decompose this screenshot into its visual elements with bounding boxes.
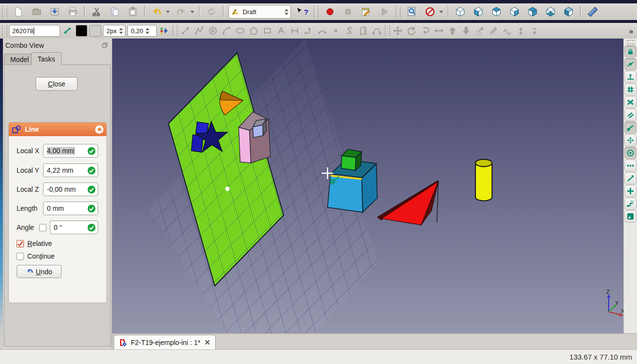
macro-edit-button[interactable] — [359, 5, 373, 19]
draft-shapestring-tool[interactable] — [344, 25, 355, 37]
draw-style-button[interactable] — [423, 5, 437, 19]
draft-command-input[interactable]: 262078 — [9, 25, 60, 37]
view-left-button[interactable] — [562, 5, 575, 19]
draft-text-tool[interactable] — [275, 25, 287, 37]
snap-intersection-button[interactable] — [624, 96, 637, 108]
snap-lock-button[interactable] — [624, 45, 637, 58]
yellow-cylinder[interactable] — [475, 160, 492, 201]
draft-wire-to-bspline-tool[interactable] — [501, 25, 513, 37]
view-right-button[interactable] — [508, 5, 521, 19]
construction-mode-button[interactable] — [62, 25, 74, 37]
draft-wire-tool[interactable] — [193, 25, 205, 37]
snap-extension-button[interactable] — [624, 160, 637, 172]
view-front-button[interactable] — [472, 5, 485, 19]
macro-record-button[interactable] — [323, 5, 337, 19]
macro-stop-button[interactable] — [341, 5, 355, 19]
local-x-input[interactable]: 4,00 mm — [43, 144, 98, 158]
save-button[interactable] — [48, 5, 62, 19]
text-scale-spinbox[interactable]: 0,20 — [127, 25, 157, 37]
redo-dropdown-arrow[interactable] — [190, 11, 194, 13]
snap-near-button[interactable] — [624, 172, 637, 184]
measure-distance-button[interactable] — [586, 5, 599, 19]
whats-this-button[interactable]: ? — [295, 5, 309, 19]
document-tab-close-icon[interactable]: ✕ — [204, 338, 210, 347]
snap-endpoint-button[interactable] — [624, 121, 637, 134]
snap-angle-button[interactable] — [624, 134, 637, 146]
face-color-swatch[interactable] — [89, 25, 101, 37]
draft-rotate-tool[interactable] — [406, 25, 417, 37]
workbench-spinners[interactable] — [285, 9, 288, 15]
open-document-button[interactable] — [30, 5, 43, 19]
draft-scale-tool[interactable] — [474, 25, 486, 37]
draft-arc-tool[interactable] — [221, 25, 232, 37]
draft-polygon-tool[interactable] — [248, 25, 260, 37]
draft-bezier-tool[interactable] — [371, 25, 383, 37]
draft-trimex-tool[interactable] — [433, 25, 445, 37]
view-top-button[interactable] — [490, 5, 503, 19]
snap-ortho-button[interactable] — [624, 185, 637, 197]
draft-arc-3points-tool[interactable] — [316, 25, 328, 37]
collapse-icon[interactable] — [95, 125, 103, 134]
toolbar-overflow-button[interactable]: » — [629, 27, 633, 35]
print-button[interactable] — [66, 5, 80, 19]
cut-button[interactable] — [90, 5, 103, 19]
snap-center-button[interactable] — [624, 147, 637, 159]
line-width-spinbox[interactable]: 2px — [103, 25, 125, 37]
new-document-button[interactable] — [12, 5, 25, 19]
close-task-button[interactable]: Close — [36, 77, 78, 91]
undo-button[interactable] — [150, 5, 164, 19]
snap-dimensions-button[interactable] — [624, 198, 637, 210]
local-z-input[interactable]: -0,00 mm — [43, 182, 98, 196]
draft-move-tool[interactable] — [392, 25, 404, 37]
draft-dimension-tool[interactable] — [289, 25, 301, 37]
workbench-selector[interactable]: Draft — [228, 5, 291, 19]
view-rear-button[interactable] — [526, 5, 539, 19]
draft-rectangle-tool[interactable] — [262, 25, 273, 37]
angle-input[interactable]: 0 ° — [50, 221, 98, 234]
draft-add-point-tool[interactable] — [515, 25, 527, 37]
macro-play-button[interactable] — [377, 5, 391, 19]
tab-model[interactable]: Model — [4, 54, 35, 65]
draft-facebinder-tool[interactable] — [357, 25, 369, 37]
toolbar-grip[interactable] — [2, 25, 7, 36]
toolbar-grip[interactable] — [313, 6, 319, 17]
draw-style-dropdown-arrow[interactable] — [439, 11, 443, 13]
document-tab[interactable]: F2-T19-ejemplo-ini : 1* ✕ — [114, 335, 216, 350]
draft-offset-tool[interactable] — [419, 25, 431, 37]
undo-dropdown-arrow[interactable] — [166, 11, 170, 13]
draft-delete-point-tool[interactable] — [529, 25, 540, 37]
angle-checkbox[interactable] — [39, 224, 46, 231]
view-bottom-button[interactable] — [544, 5, 557, 19]
draft-circle-tool[interactable] — [207, 25, 219, 37]
length-input[interactable]: 0 mm — [43, 202, 98, 215]
draft-upgrade-tool[interactable] — [447, 25, 458, 37]
snap-midpoint-button[interactable] — [624, 58, 637, 70]
relative-checkbox-row[interactable]: Relative — [17, 240, 52, 247]
refresh-button[interactable] — [205, 5, 218, 19]
continue-checkbox[interactable] — [17, 253, 24, 260]
tab-tasks[interactable]: Tasks — [31, 52, 62, 65]
toolbar-grip[interactable] — [395, 6, 401, 17]
draft-line-tool[interactable] — [180, 25, 191, 37]
apply-style-button[interactable] — [159, 25, 170, 37]
toolbar-grip[interactable] — [172, 25, 178, 36]
toolbar-grip[interactable] — [385, 25, 390, 36]
line-color-swatch[interactable] — [76, 25, 87, 37]
relative-checkbox[interactable] — [17, 240, 24, 247]
draft-point-tool[interactable] — [330, 25, 342, 37]
draft-edit-tool[interactable] — [488, 25, 499, 37]
draft-polyline-tool[interactable] — [303, 25, 314, 37]
redo-button[interactable] — [174, 5, 188, 19]
float-panel-icon[interactable] — [102, 42, 108, 48]
3d-viewport[interactable]: Z Y X — [112, 39, 623, 333]
view-fit-all-button[interactable] — [405, 5, 419, 19]
draft-ellipse-tool[interactable] — [234, 25, 246, 37]
toolbar-grip[interactable] — [627, 40, 635, 44]
snap-grid-button[interactable] — [624, 83, 637, 96]
toolbar-grip[interactable] — [2, 6, 7, 17]
undo-task-button[interactable]: Undo — [17, 265, 62, 278]
draft-downgrade-tool[interactable] — [460, 25, 472, 37]
view-axonometric-button[interactable] — [453, 5, 467, 19]
snap-working-plane-button[interactable] — [624, 210, 637, 222]
copy-button[interactable] — [108, 5, 122, 19]
